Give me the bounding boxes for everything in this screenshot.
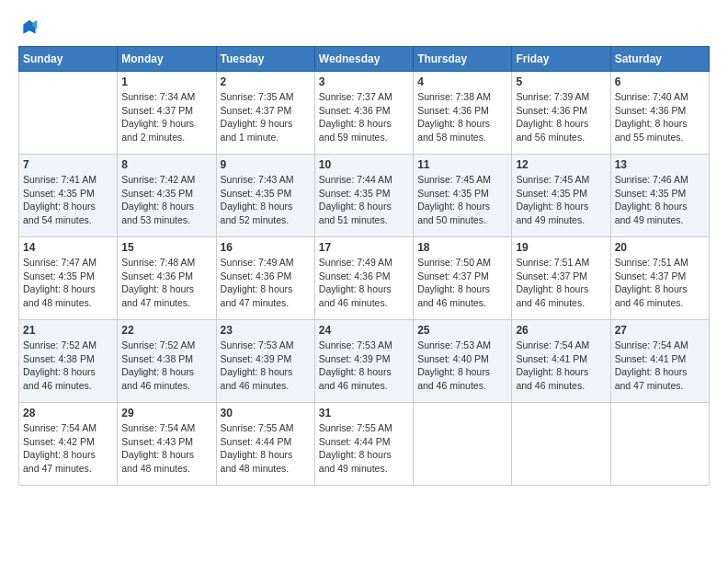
day-info: Sunrise: 7:55 AM Sunset: 4:44 PM Dayligh… bbox=[319, 421, 409, 476]
day-info: Sunrise: 7:52 AM Sunset: 4:38 PM Dayligh… bbox=[121, 339, 211, 393]
calendar-cell: 13Sunrise: 7:46 AM Sunset: 4:35 PM Dayli… bbox=[610, 155, 709, 237]
day-number: 19 bbox=[516, 241, 606, 254]
calendar-cell bbox=[512, 403, 610, 486]
day-info: Sunrise: 7:51 AM Sunset: 4:37 PM Dayligh… bbox=[615, 256, 705, 310]
day-info: Sunrise: 7:34 AM Sunset: 4:37 PM Dayligh… bbox=[121, 90, 211, 144]
day-number: 22 bbox=[121, 324, 211, 337]
calendar-cell: 6Sunrise: 7:40 AM Sunset: 4:36 PM Daylig… bbox=[610, 72, 709, 155]
day-info: Sunrise: 7:37 AM Sunset: 4:36 PM Dayligh… bbox=[319, 90, 409, 144]
calendar-cell: 2Sunrise: 7:35 AM Sunset: 4:37 PM Daylig… bbox=[216, 72, 314, 155]
day-info: Sunrise: 7:39 AM Sunset: 4:36 PM Dayligh… bbox=[516, 90, 606, 144]
calendar-cell: 7Sunrise: 7:41 AM Sunset: 4:35 PM Daylig… bbox=[19, 155, 118, 237]
calendar-cell: 4Sunrise: 7:38 AM Sunset: 4:36 PM Daylig… bbox=[414, 72, 512, 155]
column-header-sunday: Sunday bbox=[19, 47, 118, 72]
day-number: 29 bbox=[121, 407, 211, 419]
day-number: 14 bbox=[23, 241, 113, 254]
calendar-cell: 17Sunrise: 7:49 AM Sunset: 4:36 PM Dayli… bbox=[314, 237, 413, 320]
day-info: Sunrise: 7:43 AM Sunset: 4:35 PM Dayligh… bbox=[221, 173, 311, 227]
day-number: 10 bbox=[319, 158, 409, 171]
calendar-cell: 11Sunrise: 7:45 AM Sunset: 4:35 PM Dayli… bbox=[414, 155, 512, 237]
day-info: Sunrise: 7:54 AM Sunset: 4:41 PM Dayligh… bbox=[516, 339, 606, 393]
day-number: 13 bbox=[615, 158, 705, 171]
calendar-cell: 22Sunrise: 7:52 AM Sunset: 4:38 PM Dayli… bbox=[118, 320, 216, 403]
week-row-4: 21Sunrise: 7:52 AM Sunset: 4:38 PM Dayli… bbox=[19, 320, 710, 403]
calendar-cell: 14Sunrise: 7:47 AM Sunset: 4:35 PM Dayli… bbox=[19, 237, 118, 320]
day-number: 12 bbox=[516, 158, 606, 171]
week-row-2: 7Sunrise: 7:41 AM Sunset: 4:35 PM Daylig… bbox=[19, 155, 710, 237]
day-number: 24 bbox=[319, 324, 409, 337]
day-number: 20 bbox=[615, 241, 705, 254]
calendar-table: SundayMondayTuesdayWednesdayThursdayFrid… bbox=[18, 46, 710, 486]
day-info: Sunrise: 7:51 AM Sunset: 4:37 PM Dayligh… bbox=[516, 256, 606, 310]
day-info: Sunrise: 7:44 AM Sunset: 4:35 PM Dayligh… bbox=[319, 173, 409, 227]
day-info: Sunrise: 7:52 AM Sunset: 4:38 PM Dayligh… bbox=[23, 339, 113, 393]
calendar-cell: 16Sunrise: 7:49 AM Sunset: 4:36 PM Dayli… bbox=[216, 237, 314, 320]
day-number: 6 bbox=[615, 75, 705, 88]
calendar-cell: 23Sunrise: 7:53 AM Sunset: 4:39 PM Dayli… bbox=[216, 320, 314, 403]
day-info: Sunrise: 7:49 AM Sunset: 4:36 PM Dayligh… bbox=[319, 256, 409, 310]
day-number: 23 bbox=[221, 324, 311, 337]
calendar-cell: 28Sunrise: 7:54 AM Sunset: 4:42 PM Dayli… bbox=[19, 403, 118, 486]
calendar-cell bbox=[610, 403, 709, 486]
week-row-3: 14Sunrise: 7:47 AM Sunset: 4:35 PM Dayli… bbox=[19, 237, 710, 320]
column-header-thursday: Thursday bbox=[414, 47, 512, 72]
day-info: Sunrise: 7:50 AM Sunset: 4:37 PM Dayligh… bbox=[417, 256, 507, 310]
calendar-cell: 9Sunrise: 7:43 AM Sunset: 4:35 PM Daylig… bbox=[216, 155, 314, 237]
day-number: 27 bbox=[615, 324, 705, 337]
calendar-cell: 15Sunrise: 7:48 AM Sunset: 4:36 PM Dayli… bbox=[118, 237, 216, 320]
day-info: Sunrise: 7:53 AM Sunset: 4:39 PM Dayligh… bbox=[221, 339, 311, 393]
day-info: Sunrise: 7:48 AM Sunset: 4:36 PM Dayligh… bbox=[121, 256, 211, 310]
day-info: Sunrise: 7:46 AM Sunset: 4:35 PM Dayligh… bbox=[615, 173, 705, 227]
day-info: Sunrise: 7:47 AM Sunset: 4:35 PM Dayligh… bbox=[23, 256, 113, 310]
day-info: Sunrise: 7:41 AM Sunset: 4:35 PM Dayligh… bbox=[23, 173, 113, 227]
calendar-cell: 20Sunrise: 7:51 AM Sunset: 4:37 PM Dayli… bbox=[610, 237, 709, 320]
day-info: Sunrise: 7:40 AM Sunset: 4:36 PM Dayligh… bbox=[615, 90, 705, 144]
day-number: 16 bbox=[221, 241, 311, 254]
logo-icon bbox=[20, 18, 39, 37]
day-number: 8 bbox=[121, 158, 211, 171]
day-number: 17 bbox=[319, 241, 409, 254]
calendar-cell: 8Sunrise: 7:42 AM Sunset: 4:35 PM Daylig… bbox=[118, 155, 216, 237]
day-info: Sunrise: 7:42 AM Sunset: 4:35 PM Dayligh… bbox=[121, 173, 211, 227]
day-info: Sunrise: 7:45 AM Sunset: 4:35 PM Dayligh… bbox=[516, 173, 606, 227]
day-number: 2 bbox=[221, 75, 311, 88]
calendar-cell: 5Sunrise: 7:39 AM Sunset: 4:36 PM Daylig… bbox=[512, 72, 610, 155]
calendar-cell: 18Sunrise: 7:50 AM Sunset: 4:37 PM Dayli… bbox=[414, 237, 512, 320]
calendar-cell: 30Sunrise: 7:55 AM Sunset: 4:44 PM Dayli… bbox=[216, 403, 314, 486]
calendar-header-row: SundayMondayTuesdayWednesdayThursdayFrid… bbox=[19, 47, 710, 72]
column-header-tuesday: Tuesday bbox=[216, 47, 314, 72]
day-number: 25 bbox=[417, 324, 507, 337]
day-number: 30 bbox=[221, 407, 311, 419]
day-number: 28 bbox=[23, 407, 113, 419]
day-number: 11 bbox=[417, 158, 507, 171]
day-number: 9 bbox=[221, 158, 311, 171]
day-number: 21 bbox=[23, 324, 113, 337]
day-info: Sunrise: 7:55 AM Sunset: 4:44 PM Dayligh… bbox=[221, 421, 311, 476]
day-number: 31 bbox=[319, 407, 409, 419]
day-number: 5 bbox=[516, 75, 606, 88]
logo bbox=[18, 18, 39, 37]
column-header-saturday: Saturday bbox=[610, 47, 709, 72]
calendar-cell: 10Sunrise: 7:44 AM Sunset: 4:35 PM Dayli… bbox=[314, 155, 413, 237]
day-number: 15 bbox=[121, 241, 211, 254]
day-number: 7 bbox=[23, 158, 113, 171]
day-info: Sunrise: 7:53 AM Sunset: 4:40 PM Dayligh… bbox=[417, 339, 507, 393]
day-number: 26 bbox=[516, 324, 606, 337]
column-header-monday: Monday bbox=[118, 47, 216, 72]
calendar-cell: 24Sunrise: 7:53 AM Sunset: 4:39 PM Dayli… bbox=[314, 320, 413, 403]
calendar-cell: 27Sunrise: 7:54 AM Sunset: 4:41 PM Dayli… bbox=[610, 320, 709, 403]
column-header-friday: Friday bbox=[512, 47, 610, 72]
calendar-cell bbox=[19, 72, 118, 155]
day-number: 18 bbox=[417, 241, 507, 254]
calendar-cell: 29Sunrise: 7:54 AM Sunset: 4:43 PM Dayli… bbox=[118, 403, 216, 486]
calendar-cell: 1Sunrise: 7:34 AM Sunset: 4:37 PM Daylig… bbox=[118, 72, 216, 155]
day-info: Sunrise: 7:54 AM Sunset: 4:42 PM Dayligh… bbox=[23, 421, 113, 476]
day-number: 3 bbox=[319, 75, 409, 88]
calendar-cell: 31Sunrise: 7:55 AM Sunset: 4:44 PM Dayli… bbox=[314, 403, 413, 486]
day-number: 1 bbox=[121, 75, 211, 88]
day-info: Sunrise: 7:53 AM Sunset: 4:39 PM Dayligh… bbox=[319, 339, 409, 393]
week-row-1: 1Sunrise: 7:34 AM Sunset: 4:37 PM Daylig… bbox=[19, 72, 710, 155]
day-info: Sunrise: 7:35 AM Sunset: 4:37 PM Dayligh… bbox=[221, 90, 311, 144]
day-info: Sunrise: 7:54 AM Sunset: 4:43 PM Dayligh… bbox=[121, 421, 211, 476]
day-info: Sunrise: 7:38 AM Sunset: 4:36 PM Dayligh… bbox=[417, 90, 507, 144]
